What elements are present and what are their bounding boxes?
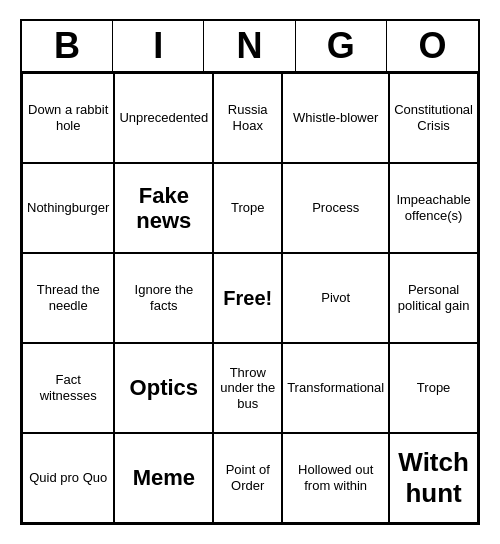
bingo-cell: Transformational	[282, 343, 389, 433]
bingo-cell: Russia Hoax	[213, 73, 282, 163]
bingo-cell: Ignore the facts	[114, 253, 213, 343]
bingo-cell: Hollowed out from within	[282, 433, 389, 523]
bingo-cell: Pivot	[282, 253, 389, 343]
bingo-cell: Fake news	[114, 163, 213, 253]
bingo-cell: Trope	[389, 343, 478, 433]
bingo-cell: Thread the needle	[22, 253, 114, 343]
bingo-cell: Unprecedented	[114, 73, 213, 163]
header-letter: G	[296, 21, 387, 71]
header-letter: I	[113, 21, 204, 71]
header-letter: N	[204, 21, 295, 71]
bingo-cell: Down a rabbit hole	[22, 73, 114, 163]
bingo-cell: Impeachable offence(s)	[389, 163, 478, 253]
bingo-grid: Down a rabbit holeUnprecedentedRussia Ho…	[22, 73, 478, 523]
bingo-header: BINGO	[22, 21, 478, 73]
bingo-card: BINGO Down a rabbit holeUnprecedentedRus…	[20, 19, 480, 525]
bingo-cell: Process	[282, 163, 389, 253]
bingo-cell: Constitutional Crisis	[389, 73, 478, 163]
bingo-cell: Fact witnesses	[22, 343, 114, 433]
bingo-cell: Meme	[114, 433, 213, 523]
header-letter: O	[387, 21, 478, 71]
bingo-cell: Witch hunt	[389, 433, 478, 523]
bingo-cell: Quid pro Quo	[22, 433, 114, 523]
bingo-cell: Personal political gain	[389, 253, 478, 343]
bingo-cell: Free!	[213, 253, 282, 343]
bingo-cell: Throw under the bus	[213, 343, 282, 433]
bingo-cell: Nothingburger	[22, 163, 114, 253]
bingo-cell: Optics	[114, 343, 213, 433]
header-letter: B	[22, 21, 113, 71]
bingo-cell: Point of Order	[213, 433, 282, 523]
bingo-cell: Whistle-blower	[282, 73, 389, 163]
bingo-cell: Trope	[213, 163, 282, 253]
